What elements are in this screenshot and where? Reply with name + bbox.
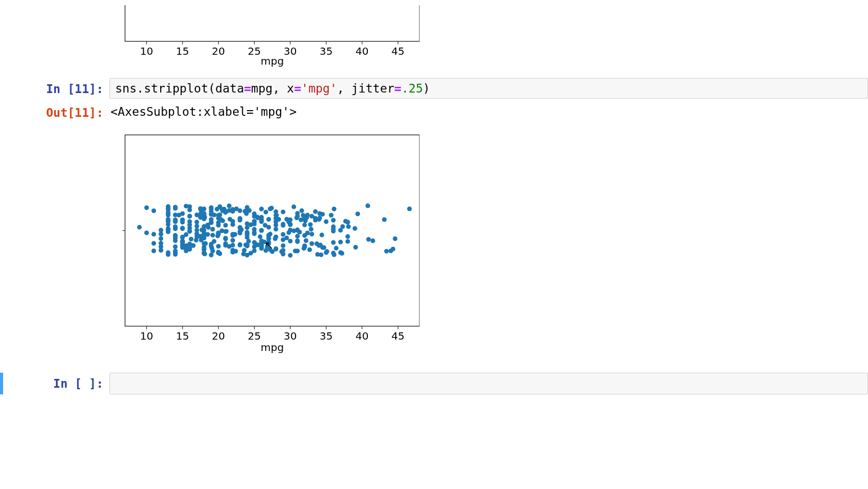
data-point <box>324 219 329 224</box>
data-point <box>144 205 149 210</box>
svg-text:20: 20 <box>212 330 225 342</box>
svg-text:45: 45 <box>392 45 405 57</box>
data-point <box>252 230 257 235</box>
code-input-11[interactable]: sns.stripplot(data=mpg, x='mpg', jitter=… <box>110 78 868 99</box>
svg-text:30: 30 <box>284 330 297 342</box>
data-point <box>221 208 225 213</box>
data-point <box>267 225 271 230</box>
svg-text:40: 40 <box>355 45 368 57</box>
data-point <box>346 224 351 229</box>
data-point <box>315 252 320 257</box>
data-point <box>188 229 192 234</box>
stripplot-out11: 1015202530354045 mpg ↖ <box>110 130 420 357</box>
svg-text:25: 25 <box>248 45 261 57</box>
data-point <box>227 204 231 208</box>
data-point <box>166 219 171 224</box>
svg-text:30: 30 <box>284 45 297 57</box>
data-point <box>184 247 189 252</box>
data-point <box>280 249 284 254</box>
data-point <box>198 215 203 220</box>
data-point <box>188 219 192 224</box>
data-point <box>284 236 289 240</box>
data-point <box>247 208 252 213</box>
data-point <box>329 213 334 218</box>
svg-text:25: 25 <box>248 330 261 342</box>
svg-text:10: 10 <box>140 45 153 57</box>
data-point <box>305 231 310 235</box>
data-point <box>331 240 336 245</box>
data-point <box>238 229 242 234</box>
data-point <box>195 233 199 238</box>
mouse-cursor-icon: ↖ <box>265 239 273 251</box>
data-point <box>245 225 250 230</box>
data-point <box>331 251 336 255</box>
data-point <box>218 217 223 222</box>
code-cell-11[interactable]: In [11]: sns.stripplot(data=mpg, x='mpg'… <box>0 78 868 99</box>
data-point <box>291 205 296 209</box>
data-point <box>407 207 412 211</box>
data-point <box>205 232 210 237</box>
data-point <box>353 245 358 250</box>
data-point <box>220 228 224 233</box>
figure-out11: 1015202530354045 mpg ↖ <box>110 125 868 362</box>
data-point <box>166 207 171 212</box>
data-point <box>233 232 237 237</box>
data-point <box>313 209 318 214</box>
data-point <box>302 216 307 220</box>
data-point <box>302 243 307 248</box>
data-point <box>317 217 321 222</box>
data-point <box>195 228 199 233</box>
data-point <box>309 232 314 236</box>
data-point <box>304 238 308 243</box>
data-point <box>259 207 264 211</box>
data-point <box>346 239 350 244</box>
data-point <box>159 232 163 236</box>
output-text-11: <AxesSubplot:xlabel='mpg'> <box>110 102 868 121</box>
prompt-in-11: In [11]: <box>0 78 110 96</box>
svg-text:10: 10 <box>140 330 153 342</box>
data-point <box>243 209 247 213</box>
data-point <box>281 243 285 248</box>
data-point <box>144 231 149 235</box>
data-point <box>281 222 285 226</box>
data-point <box>180 220 185 224</box>
output-cell-11-figure: 1015202530354045 mpg ↖ <box>0 125 868 362</box>
data-point <box>215 234 220 238</box>
data-point <box>203 241 208 246</box>
data-point <box>166 252 171 257</box>
code-cell-empty-selected[interactable]: In [ ]: <box>0 373 868 394</box>
svg-text:45: 45 <box>392 330 405 342</box>
data-point <box>227 208 231 213</box>
data-point <box>198 206 203 211</box>
data-point <box>180 226 185 231</box>
data-point <box>295 238 300 243</box>
data-point <box>245 232 250 237</box>
x-axis-11: 1015202530354045 <box>140 326 405 342</box>
plot-frame <box>125 5 420 41</box>
svg-text:20: 20 <box>212 45 225 57</box>
data-point <box>173 234 178 239</box>
data-point <box>151 241 156 246</box>
x-axis-label-11: mpg <box>261 341 284 354</box>
data-point <box>216 244 221 249</box>
figure-prev-partial: 1015202530354045 mpg <box>110 0 868 75</box>
svg-text:35: 35 <box>320 330 333 342</box>
data-point <box>173 249 178 253</box>
data-point <box>319 233 324 237</box>
data-point <box>159 236 163 241</box>
data-point <box>151 232 156 237</box>
data-point <box>384 249 389 253</box>
data-point <box>253 241 257 246</box>
data-point <box>295 214 300 219</box>
data-point <box>203 215 207 220</box>
data-point <box>255 215 259 219</box>
data-point <box>293 249 298 253</box>
data-point <box>194 238 198 242</box>
data-point <box>259 228 264 233</box>
data-point <box>276 217 281 222</box>
data-point <box>288 239 292 243</box>
data-point <box>234 249 238 254</box>
code-input-empty[interactable] <box>110 373 868 394</box>
data-point <box>210 246 214 251</box>
data-point <box>355 211 360 216</box>
